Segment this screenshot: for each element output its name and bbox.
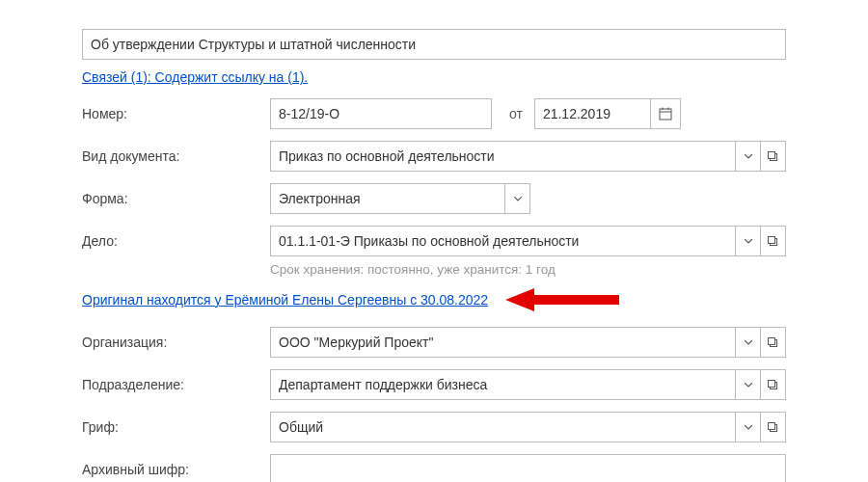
popup-icon	[768, 151, 778, 162]
case-select[interactable]: 01.1.1-01-Э Приказы по основной деятельн…	[270, 226, 786, 256]
stamp-value: Общий	[270, 412, 736, 442]
dept-row: Подразделение: Департамент поддержки биз…	[82, 369, 786, 400]
form-select[interactable]: Электронная	[270, 183, 530, 214]
stamp-popup-button[interactable]	[761, 412, 786, 442]
annotation-arrow	[505, 286, 621, 313]
calendar-icon	[659, 107, 672, 120]
doc-type-value: Приказ по основной деятельности	[270, 141, 736, 172]
org-label: Организация:	[82, 335, 270, 350]
arch-row: Архивный шифр:	[82, 454, 786, 482]
dept-value: Департамент поддержки бизнеса	[270, 369, 736, 400]
form-value: Электронная	[270, 183, 505, 214]
org-field-area: ООО "Меркурий Проект"	[270, 327, 786, 358]
stamp-row: Гриф: Общий	[82, 412, 786, 442]
popup-icon	[768, 422, 778, 433]
calendar-button[interactable]	[650, 98, 681, 129]
stamp-select[interactable]: Общий	[270, 412, 786, 442]
form-dropdown-button[interactable]	[505, 183, 530, 214]
org-value: ООО "Меркурий Проект"	[270, 327, 736, 358]
chevron-down-icon	[745, 239, 752, 244]
svg-rect-7	[769, 236, 775, 243]
chevron-down-icon	[745, 154, 752, 159]
number-field-area: от	[270, 98, 786, 129]
number-label: Номер:	[82, 106, 270, 121]
case-field-area: 01.1.1-01-Э Приказы по основной деятельн…	[270, 226, 786, 256]
arch-field-area	[270, 454, 786, 482]
doc-type-field-area: Приказ по основной деятельности	[270, 141, 786, 172]
org-select[interactable]: ООО "Меркурий Проект"	[270, 327, 786, 358]
svg-rect-14	[769, 422, 775, 429]
number-row: Номер: от	[82, 98, 786, 129]
doc-type-select[interactable]: Приказ по основной деятельности	[270, 141, 786, 172]
svg-rect-0	[660, 109, 671, 120]
popup-icon	[768, 236, 778, 247]
case-value: 01.1.1-01-Э Приказы по основной деятельн…	[270, 226, 736, 256]
chevron-down-icon	[514, 197, 522, 201]
stamp-dropdown-button[interactable]	[736, 412, 761, 442]
chevron-down-icon	[745, 425, 752, 430]
document-title-input[interactable]	[82, 29, 786, 60]
arch-label: Архивный шифр:	[82, 462, 270, 477]
original-location-link[interactable]: Оригинал находится у Ерёминой Елены Серг…	[82, 292, 488, 308]
popup-icon	[768, 380, 778, 390]
stamp-field-area: Общий	[270, 412, 786, 442]
form-label: Форма:	[82, 191, 270, 206]
chevron-down-icon	[745, 340, 752, 345]
title-row	[82, 29, 786, 60]
case-row: Дело: 01.1.1-01-Э Приказы по основной де…	[82, 226, 786, 256]
doc-type-row: Вид документа: Приказ по основной деятел…	[82, 141, 786, 172]
stamp-label: Гриф:	[82, 419, 270, 435]
doc-type-dropdown-button[interactable]	[736, 141, 761, 172]
case-dropdown-button[interactable]	[736, 226, 761, 256]
svg-rect-10	[769, 337, 775, 344]
doc-type-label: Вид документа:	[82, 148, 270, 164]
svg-rect-5	[769, 151, 775, 158]
dept-popup-button[interactable]	[761, 369, 786, 400]
chevron-down-icon	[745, 383, 752, 388]
org-dropdown-button[interactable]	[736, 327, 761, 358]
dept-dropdown-button[interactable]	[736, 369, 761, 400]
svg-marker-8	[505, 288, 619, 311]
case-popup-button[interactable]	[761, 226, 786, 256]
number-input[interactable]	[270, 98, 492, 129]
arch-input[interactable]	[270, 454, 786, 482]
form-row: Форма: Электронная	[82, 183, 786, 214]
date-from-label: от	[509, 106, 523, 121]
org-popup-button[interactable]	[761, 327, 786, 358]
links-row: Связей (1): Содержит ссылку на (1).	[82, 69, 786, 85]
dept-field-area: Департамент поддержки бизнеса	[270, 369, 786, 400]
original-location-row: Оригинал находится у Ерёминой Елены Серг…	[82, 286, 786, 313]
case-label: Дело:	[82, 233, 270, 249]
date-input[interactable]	[534, 98, 650, 129]
doc-type-popup-button[interactable]	[761, 141, 786, 172]
popup-icon	[768, 337, 778, 348]
dept-label: Подразделение:	[82, 377, 270, 392]
org-row: Организация: ООО "Меркурий Проект"	[82, 327, 786, 358]
date-field	[534, 98, 681, 129]
form-field-area: Электронная	[270, 183, 786, 214]
arrow-left-icon	[505, 286, 621, 313]
retention-hint: Срок хранения: постоянно, уже хранится: …	[270, 262, 786, 277]
svg-rect-12	[769, 380, 775, 387]
links-summary-link[interactable]: Связей (1): Содержит ссылку на (1).	[82, 69, 308, 85]
dept-select[interactable]: Департамент поддержки бизнеса	[270, 369, 786, 400]
